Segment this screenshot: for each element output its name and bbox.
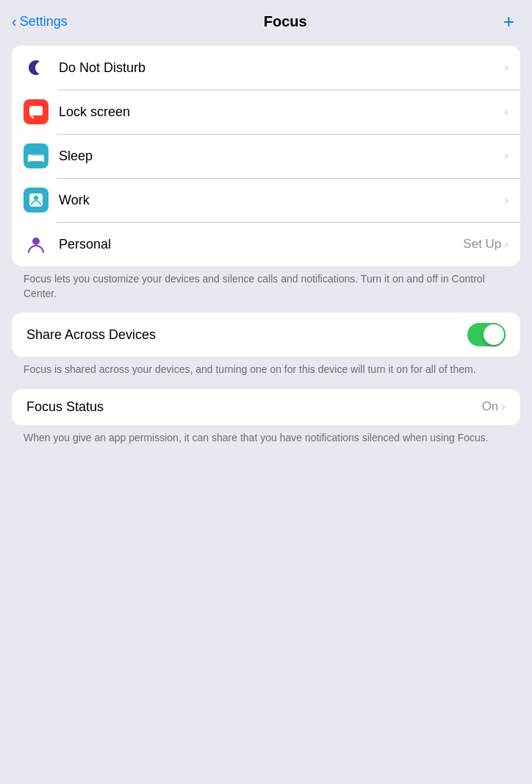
add-focus-button[interactable]: + (503, 12, 514, 31)
svg-rect-5 (32, 154, 44, 157)
sleep-label: Sleep (59, 149, 504, 164)
svg-point-8 (32, 238, 40, 245)
chevron-icon: › (504, 60, 508, 75)
svg-rect-2 (28, 154, 32, 157)
personal-label: Personal (59, 237, 463, 252)
focus-items-card: Do Not Disturb › Lock screen › (12, 46, 520, 266)
focus-item-lock-screen[interactable]: Lock screen › (12, 90, 520, 134)
share-description: Focus is shared across your devices, and… (24, 363, 508, 377)
page-title: Focus (264, 13, 307, 30)
focus-status-label: Focus Status (26, 399, 104, 415)
focus-item-work[interactable]: Work › (12, 178, 520, 222)
setup-text: Set Up (463, 237, 501, 252)
chevron-icon: › (504, 149, 508, 163)
do-not-disturb-icon (24, 55, 48, 80)
focus-item-do-not-disturb[interactable]: Do Not Disturb › (12, 46, 520, 90)
chevron-icon: › (501, 399, 506, 414)
focus-item-personal[interactable]: Personal Set Up › (12, 222, 520, 266)
focus-status-description: When you give an app permission, it can … (24, 431, 508, 446)
focus-status-right: On › (482, 399, 506, 414)
share-across-devices-label: Share Across Devices (26, 327, 156, 343)
work-label: Work (59, 193, 504, 208)
back-label: Settings (20, 14, 68, 29)
svg-point-7 (34, 196, 38, 200)
share-across-devices-toggle[interactable] (467, 323, 506, 346)
share-across-devices-row: Share Across Devices (12, 313, 520, 357)
back-button[interactable]: ‹ Settings (12, 13, 68, 30)
work-right: › (504, 193, 508, 207)
focus-status-card: Focus Status On › (12, 389, 520, 425)
header: ‹ Settings Focus + (0, 0, 532, 40)
svg-rect-3 (28, 160, 30, 162)
focus-item-sleep[interactable]: Sleep › (12, 134, 520, 178)
chevron-icon: › (504, 193, 508, 207)
sleep-right: › (504, 149, 508, 163)
chevron-icon: › (504, 237, 508, 252)
back-chevron-icon: ‹ (12, 13, 17, 30)
chevron-icon: › (504, 104, 508, 119)
toggle-knob (484, 324, 504, 345)
lock-screen-label: Lock screen (59, 104, 504, 120)
do-not-disturb-label: Do Not Disturb (59, 60, 504, 76)
focus-description: Focus lets you customize your devices an… (24, 272, 508, 301)
share-across-devices-card: Share Across Devices (12, 313, 520, 357)
lock-screen-right: › (504, 104, 508, 119)
lock-screen-icon (24, 99, 48, 124)
personal-icon (24, 232, 48, 257)
sleep-icon (24, 143, 48, 168)
do-not-disturb-right: › (504, 60, 508, 75)
personal-right: Set Up › (463, 237, 508, 252)
svg-rect-4 (42, 160, 44, 162)
svg-rect-0 (29, 106, 43, 115)
focus-status-value: On (482, 399, 499, 414)
focus-status-row[interactable]: Focus Status On › (12, 389, 520, 425)
work-icon (24, 188, 48, 213)
